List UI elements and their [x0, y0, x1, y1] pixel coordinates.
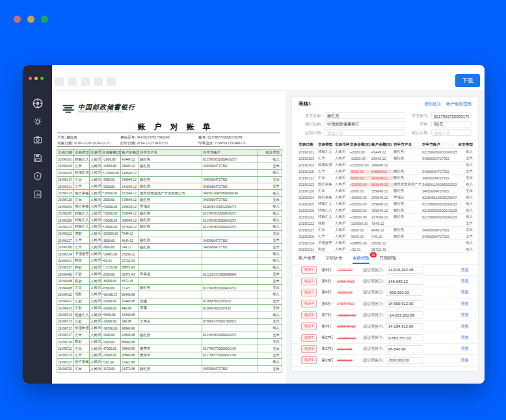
transaction-cell: 转账汇入 — [318, 215, 335, 219]
transaction-cell: 杨红燕 — [393, 189, 422, 193]
add-annotation-link[interactable]: 增加批注 — [424, 101, 441, 107]
replace-link[interactable]: 替换 — [460, 289, 469, 295]
replace-link[interactable]: 替换 — [460, 324, 469, 330]
statement-row: 20190408取款人民币-30000.006372.43支出 — [57, 278, 282, 284]
statement-cell: 20190327 — [57, 264, 74, 270]
transaction-row[interactable]: 20190222理财人民币-320000.007649.12支出 — [299, 220, 472, 227]
transaction-row[interactable]: 20190205转账汇入人民币+50000.00259649.12杨红燕6215… — [299, 201, 472, 207]
window-controls — [14, 16, 48, 23]
tab-字段缺失[interactable]: 字段缺失 — [325, 256, 342, 264]
toolbar-placeholder — [81, 77, 90, 86]
transaction-row[interactable]: 20190222转账汇入人民币+18000.00327649.12杨红燕6215… — [299, 214, 472, 220]
statement-cell: 收入 — [258, 257, 282, 264]
transaction-cell: 20190123 — [299, 183, 318, 187]
suggestion-input[interactable] — [386, 323, 423, 330]
statement-cell: 支出 — [258, 237, 282, 244]
transaction-cell: 6215993632000410255 — [422, 215, 457, 219]
transaction-cell: 20190306 — [299, 235, 318, 239]
transaction-row[interactable]: 20190115汇出人民币-3000.0014664912杨红燕34050004… — [299, 168, 472, 175]
maximize-button[interactable] — [41, 16, 48, 23]
transaction-row[interactable]: 20190227汇出人民币-3000.004649.12杨红燕340500047… — [299, 227, 472, 233]
transaction-row[interactable]: 20190101转账汇入人民币+2000.0041449.12杨红燕621599… — [299, 149, 472, 155]
replace-link[interactable]: 替换 — [460, 335, 469, 341]
sidebar-window-dots — [29, 77, 44, 80]
shield-icon[interactable] — [33, 172, 42, 181]
tab-账户检查[interactable]: 账户检查 — [299, 256, 315, 264]
transaction-row[interactable]: 20190103收现出借人民币+120000.00149649.12收入 — [299, 162, 472, 168]
transaction-cell: 收现出借 — [318, 163, 335, 167]
transaction-row[interactable]: 20190126汇出人民币-2000.00159649.12杨红燕3405000… — [299, 188, 472, 194]
close-button[interactable] — [14, 16, 21, 23]
error-tag: 错误4 — [301, 300, 317, 308]
replace-link[interactable]: 替换 — [460, 312, 469, 318]
replace-link[interactable]: 替换 — [460, 301, 469, 307]
suggestion-label: 建议替换为: — [363, 312, 384, 318]
replace-link[interactable]: 替换 — [460, 346, 469, 352]
suggestion-input[interactable] — [386, 345, 423, 352]
report-icon[interactable] — [33, 190, 42, 199]
tab-金额校验[interactable]: 金额校验19 — [353, 256, 369, 264]
form-input[interactable] — [431, 129, 472, 136]
form-input[interactable] — [325, 129, 405, 136]
transaction-cell: 收入 — [457, 163, 473, 167]
transaction-cell: +18000.00 — [350, 215, 371, 219]
suggestion-input[interactable] — [386, 357, 423, 364]
card-header: 表格1: 增加批注 账户修改范围 — [292, 97, 478, 111]
statement-cell: 取款 — [74, 338, 90, 345]
app-logo-icon[interactable] — [32, 98, 44, 109]
transaction-row[interactable]: 20190103汇出人民币-11800.0029649.12杨红燕3405000… — [299, 155, 472, 162]
suggestion-input[interactable] — [386, 289, 423, 296]
suggestion-input[interactable] — [386, 311, 423, 319]
settings-icon[interactable] — [33, 117, 42, 126]
transaction-row[interactable]: 20190204他行来账人民币+50000.00209649.12覃瑞法6228… — [299, 194, 472, 201]
correction-row: 错误9第28行-5000.00建议替换为:替换 — [292, 355, 478, 366]
statement-cell: 20190314 — [57, 250, 74, 257]
statement-cell: +24881.00 — [101, 250, 121, 257]
statement-cell: 人民币 — [90, 284, 101, 291]
transaction-cell: -5000.00 — [350, 176, 371, 180]
statement-cell: 杨红燕 — [139, 156, 202, 163]
form-input[interactable] — [325, 121, 405, 127]
statement-cell: 34050110405800000249 — [202, 190, 258, 196]
error-tag: 错误9 — [301, 356, 317, 364]
card-title: 表格1: — [299, 101, 313, 107]
transaction-cell: 汇出 — [318, 228, 335, 232]
suggestion-input[interactable] — [386, 278, 423, 285]
statement-cell: +120000.00 — [101, 170, 121, 176]
transaction-row[interactable]: 20190121汇出人民币-5000.0014164912杨红燕34050004… — [299, 175, 472, 181]
transaction-cell: +92.31 — [350, 248, 371, 252]
transaction-cell: 人民币 — [335, 156, 350, 161]
transaction-row[interactable]: 20190321利息人民币+92.3125722.43收入 — [299, 246, 472, 253]
transactions-table: 交易日期交易类型交易币种交易金额(元)账户余额(元)对手方户名对手方账户收支类型… — [299, 141, 472, 253]
tab-日期校验[interactable]: 日期校验 — [379, 256, 396, 264]
replace-link[interactable]: 替换 — [460, 267, 469, 273]
transaction-row[interactable]: 20190206转账汇入人民币+50000.00309649.12杨红燕6215… — [299, 207, 472, 214]
suggestion-input[interactable] — [386, 334, 423, 341]
transaction-row[interactable]: 20190123他行来账人民币+20000.00161649.12滁州碧置房地产… — [299, 181, 472, 188]
transactions-col-header: 交易日期 — [299, 142, 318, 148]
statement-cell — [139, 170, 202, 176]
transaction-cell: 29649.12 — [371, 157, 393, 161]
minimize-button[interactable] — [27, 16, 34, 23]
error-tag: 错误5 — [301, 311, 317, 319]
transaction-cell: +50000.00 — [350, 209, 371, 213]
save-icon[interactable] — [33, 153, 42, 163]
statement-cell: 汇出 — [74, 284, 90, 291]
suggestion-input[interactable] — [386, 300, 423, 308]
transaction-row[interactable]: 20190314卡现金存人民币+24881.0025630.12收入 — [299, 240, 472, 246]
download-button[interactable]: 下载 — [455, 74, 480, 87]
row-reference: 第7行 — [321, 312, 337, 318]
statement-cell: 杨红燕 — [139, 217, 202, 223]
form-input[interactable] — [431, 112, 472, 119]
statement-row: 20190123他行来账人民币+20000.00161649.12滁州碧置房地产… — [57, 190, 282, 196]
form-input[interactable] — [431, 121, 472, 127]
toolbar-placeholder — [68, 77, 77, 86]
replace-link[interactable]: 替换 — [460, 358, 469, 363]
suggestion-input[interactable] — [386, 267, 423, 274]
camera-icon[interactable] — [33, 135, 42, 144]
account-modify-link[interactable]: 账户修改范围 — [446, 101, 472, 107]
replace-link[interactable]: 替换 — [460, 278, 469, 284]
statement-cell: 支出 — [258, 196, 282, 203]
transaction-row[interactable]: 20190306汇出人民币-3900.00749.12杨红燕3405000472… — [299, 233, 472, 240]
form-input[interactable] — [325, 112, 405, 119]
